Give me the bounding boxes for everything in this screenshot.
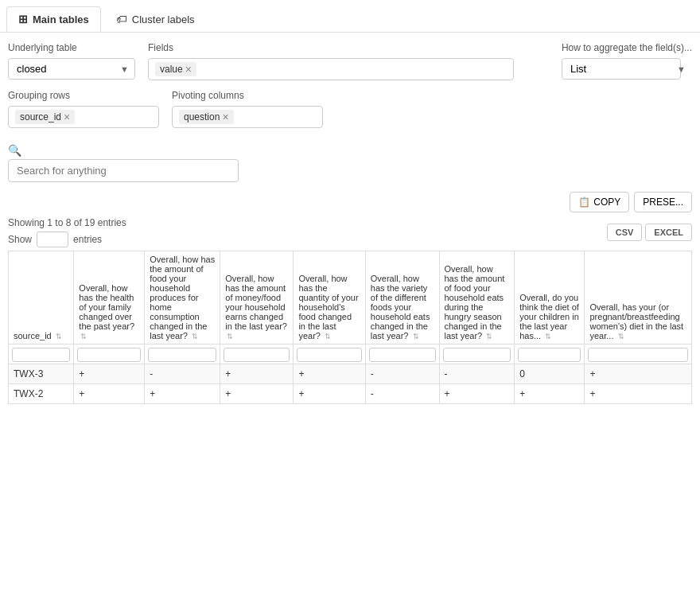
filter-input-q8[interactable]: All [588,348,688,362]
cell-q7-row-0: 0 [515,364,585,384]
underlying-table-group: Underlying table closed open ▼ [8,42,135,80]
show-label: Show [8,234,32,245]
show-entries-input[interactable]: 8 [37,232,68,247]
col-header-q7: Overall, do you think the diet of your c… [515,251,585,344]
fields-tag-value-text: value [160,64,183,75]
filter-q5: All [365,344,439,364]
filter-q3: All [220,344,294,364]
search-section: 🔍 [0,141,700,189]
filter-input-q7[interactable]: A [518,348,581,362]
underlying-table-select-wrapper[interactable]: closed open ▼ [8,58,135,80]
data-table-wrapper: source_id ⇅ Overall, how has the health … [0,251,700,404]
entries-info: Showing 1 to 8 of 19 entries [8,217,126,228]
pivoting-columns-tag-question: question × [179,110,234,124]
export-buttons: CSV EXCEL [607,224,692,241]
filter-source-id: All [9,344,74,364]
table-row: TWX-3+-++--0+ [9,364,692,384]
cell-q1-row-1: + [74,384,145,404]
col-header-q2: Overall, how has the amount of food your… [145,251,220,344]
fields-label: Fields [148,42,514,53]
sort-icon-q6[interactable]: ⇅ [486,333,492,341]
cell-q7-row-1: + [515,384,585,404]
fields-tag-remove[interactable]: × [185,64,192,75]
search-icon: 🔍 [8,144,692,157]
first-control-row: Underlying table closed open ▼ Fields va… [8,42,692,80]
filter-input-q1[interactable]: A [77,348,141,362]
search-input[interactable] [8,159,239,182]
sort-icon-q3[interactable]: ⇅ [227,333,233,341]
sort-icon-q4[interactable]: ⇅ [325,333,331,341]
filter-q6: All [439,344,515,364]
pivoting-columns-tag-remove[interactable]: × [222,111,228,123]
cell-q3-row-1: + [220,384,294,404]
cell-q6-row-0: - [439,364,515,384]
pivoting-columns-label: Pivoting columns [172,90,323,101]
aggregation-select[interactable]: List Count Sum Average [562,58,681,80]
filter-input-q4[interactable]: All [297,348,361,362]
grouping-rows-tag-remove[interactable]: × [64,111,70,123]
pivoting-columns-group: Pivoting columns question × [172,90,323,128]
col-header-q2-text: Overall, how has the amount of food your… [150,255,215,341]
sort-icon-q7[interactable]: ⇅ [545,333,551,341]
fields-tag-value: value × [155,62,196,76]
excel-export-button[interactable]: EXCEL [645,224,692,241]
tabs-bar: ⊞ Main tables 🏷 Cluster labels [0,0,700,33]
table-toolbar: 📋 COPY PRESE... [0,189,700,214]
pivoting-columns-tag-input[interactable]: question × [172,106,323,128]
filter-input-q5[interactable]: All [369,348,436,362]
sort-icon-q1[interactable]: ⇅ [80,333,87,341]
pivoting-columns-tag-text: question [184,111,220,123]
underlying-table-label: Underlying table [8,42,135,53]
sort-icon-q8[interactable]: ⇅ [618,333,624,341]
cluster-labels-icon: 🏷 [116,13,127,25]
grouping-rows-tag-input[interactable]: source_id × [8,106,159,128]
col-header-q4: Overall, how has the quantity of your ho… [294,251,365,344]
filter-q2: All [145,344,220,364]
cell-q8-row-1: + [585,384,692,404]
col-header-source-id-text: source_id [14,331,52,341]
col-header-q1: Overall, how has the health of your fami… [74,251,145,344]
preset-label: PRESE... [643,197,683,208]
cell-q8-row-0: + [585,364,692,384]
grouping-rows-group: Grouping rows source_id × [8,90,159,128]
col-header-q1-text: Overall, how has the health of your fami… [79,283,134,331]
cell-q2-row-1: + [145,384,220,404]
main-tables-icon: ⊞ [18,13,28,25]
filter-input-q3[interactable]: All [224,348,290,362]
sort-icon-q5[interactable]: ⇅ [413,333,419,341]
fields-tag-input[interactable]: value × [148,58,514,80]
tab-cluster-labels-label: Cluster labels [132,14,195,25]
filter-input-q2[interactable]: All [148,348,216,362]
col-header-q6-text: Overall, how has the amount of food your… [445,264,505,341]
sort-icon-source-id[interactable]: ⇅ [56,333,62,341]
cell-q6-row-1: + [439,384,515,404]
copy-button[interactable]: 📋 COPY [570,192,629,212]
col-header-q3-text: Overall, how has the amount of money/foo… [225,274,287,331]
copy-label: COPY [593,197,620,208]
cell-q2-row-0: - [145,364,220,384]
controls-section: Underlying table closed open ▼ Fields va… [0,33,700,141]
sort-icon-q2[interactable]: ⇅ [192,333,198,341]
underlying-table-select[interactable]: closed open [8,58,135,80]
col-header-q4-text: Overall, how has the quantity of your ho… [298,274,358,341]
fields-group: Fields value × [148,42,514,80]
filter-q8: All [585,344,692,364]
filter-input-q6[interactable]: All [443,348,511,362]
second-control-row: Grouping rows source_id × Pivoting colum… [8,90,692,128]
cell-q5-row-1: - [365,384,439,404]
filter-input-source-id[interactable]: All [12,348,70,362]
tab-cluster-labels[interactable]: 🏷 Cluster labels [104,6,207,32]
preset-button[interactable]: PRESE... [634,192,692,212]
table-row: TWX-2++++-+++ [9,384,692,404]
cell-source_id-row-0: TWX-3 [9,364,74,384]
col-header-q8: Overall, has your (or pregnant/breastfee… [585,251,692,344]
col-header-q6: Overall, how has the amount of food your… [439,251,515,344]
filter-q1: A [74,344,145,364]
copy-icon: 📋 [578,197,590,208]
tab-main-tables[interactable]: ⊞ Main tables [6,6,101,32]
aggregation-select-wrapper[interactable]: List Count Sum Average ▼ [562,58,692,80]
aggregation-label: How to aggregate the field(s)... [562,42,692,53]
csv-export-button[interactable]: CSV [607,224,643,241]
col-header-q5-text: Overall, how has the variety of the diff… [371,274,430,341]
cell-q4-row-0: + [294,364,365,384]
